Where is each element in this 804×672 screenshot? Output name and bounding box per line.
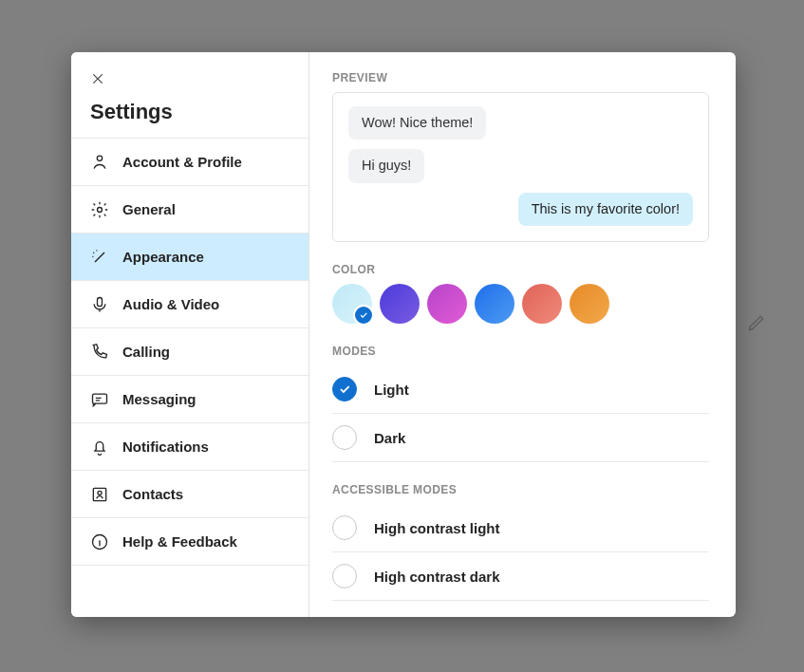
- svg-rect-3: [93, 394, 107, 403]
- mode-list: LightDark: [332, 365, 709, 462]
- microphone-icon: [90, 295, 109, 314]
- sidebar-item-label: Notifications: [122, 439, 209, 455]
- contacts-icon: [90, 485, 109, 504]
- sidebar-item-general[interactable]: General: [71, 185, 309, 233]
- mode-label: High contrast dark: [374, 569, 500, 585]
- sidebar-item-messaging[interactable]: Messaging: [71, 375, 309, 422]
- sidebar-item-account-profile[interactable]: Account & Profile: [71, 138, 309, 185]
- preview-label: PREVIEW: [332, 71, 709, 84]
- modes-label: MODES: [332, 345, 709, 358]
- color-swatch-row: [332, 284, 709, 324]
- sidebar-item-calling[interactable]: Calling: [71, 327, 309, 375]
- radio-icon: [332, 564, 357, 588]
- mode-label: High contrast light: [374, 520, 500, 536]
- sidebar-item-label: Audio & Video: [122, 296, 219, 312]
- sidebar-item-label: Contacts: [122, 486, 183, 502]
- settings-modal: Settings Account & Profile General: [71, 52, 736, 617]
- check-icon: [353, 305, 374, 326]
- radio-icon: [332, 425, 357, 450]
- sidebar-item-label: Calling: [122, 344, 170, 360]
- gear-icon: [90, 200, 109, 219]
- appearance-pane: PREVIEW Wow! Nice theme! Hi guys! This i…: [309, 52, 736, 617]
- mode-option-light[interactable]: Light: [332, 365, 709, 414]
- radio-icon: [332, 377, 357, 401]
- color-label: COLOR: [332, 263, 709, 276]
- color-swatch-magenta[interactable]: [427, 284, 467, 324]
- accessible-modes-label: ACCESSIBLE MODES: [332, 483, 709, 496]
- info-icon: [90, 532, 109, 551]
- phone-icon: [90, 343, 109, 362]
- bell-icon: [90, 438, 109, 457]
- radio-icon: [332, 515, 357, 540]
- preview-message-in: Hi guys!: [348, 149, 424, 182]
- color-swatch-skype-light[interactable]: [332, 284, 372, 324]
- preview-message-in: Wow! Nice theme!: [348, 106, 486, 140]
- settings-sidebar: Settings Account & Profile General: [71, 52, 309, 617]
- pencil-icon: [747, 313, 766, 336]
- mode-label: Light: [374, 382, 409, 398]
- preview-message-out: This is my favorite color!: [518, 193, 693, 226]
- accessible-mode-option-high-contrast-light[interactable]: High contrast light: [332, 504, 709, 552]
- sidebar-item-label: Account & Profile: [122, 154, 242, 170]
- wand-icon: [90, 248, 109, 267]
- close-button[interactable]: [90, 71, 105, 86]
- chat-icon: [90, 390, 109, 409]
- color-swatch-orange[interactable]: [570, 284, 609, 324]
- accessible-mode-list: High contrast lightHigh contrast dark: [332, 504, 709, 601]
- accessible-mode-option-high-contrast-dark[interactable]: High contrast dark: [332, 552, 709, 601]
- sidebar-item-label: General: [122, 201, 176, 217]
- sidebar-item-help-feedback[interactable]: Help & Feedback: [71, 517, 309, 566]
- sidebar-item-label: Messaging: [122, 391, 196, 407]
- color-swatch-coral[interactable]: [522, 284, 562, 324]
- svg-point-0: [97, 156, 102, 160]
- preview-box: Wow! Nice theme! Hi guys! This is my fav…: [332, 92, 709, 242]
- svg-point-1: [98, 207, 103, 212]
- color-swatch-purple[interactable]: [380, 284, 420, 324]
- sidebar-item-label: Help & Feedback: [122, 533, 237, 550]
- sidebar-item-audio-video[interactable]: Audio & Video: [71, 280, 309, 327]
- person-icon: [90, 153, 109, 172]
- settings-nav: Account & Profile General Appearanc: [71, 138, 309, 566]
- sidebar-item-appearance[interactable]: Appearance: [71, 233, 309, 280]
- svg-point-5: [98, 491, 102, 495]
- color-swatch-blue[interactable]: [475, 284, 514, 324]
- svg-rect-2: [98, 297, 103, 306]
- sidebar-item-notifications[interactable]: Notifications: [71, 422, 309, 470]
- mode-option-dark[interactable]: Dark: [332, 414, 709, 462]
- sidebar-item-contacts[interactable]: Contacts: [71, 470, 309, 517]
- settings-title: Settings: [71, 96, 309, 138]
- mode-label: Dark: [374, 430, 405, 446]
- sidebar-item-label: Appearance: [122, 249, 204, 265]
